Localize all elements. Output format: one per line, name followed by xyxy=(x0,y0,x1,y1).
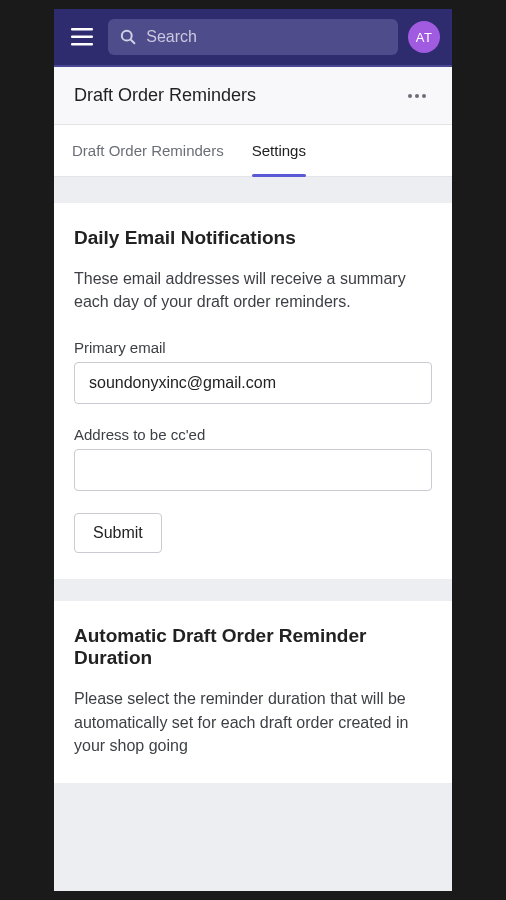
app-viewport: AT Draft Order Reminders Draft Order Rem… xyxy=(54,9,452,891)
svg-rect-1 xyxy=(71,36,93,39)
primary-email-label: Primary email xyxy=(74,339,432,356)
cc-email-label: Address to be cc'ed xyxy=(74,426,432,443)
card-description: Please select the reminder duration that… xyxy=(74,687,432,757)
page-title: Draft Order Reminders xyxy=(74,85,402,106)
avatar[interactable]: AT xyxy=(408,21,440,53)
svg-rect-0 xyxy=(71,28,93,31)
svg-rect-2 xyxy=(71,43,93,46)
svg-line-4 xyxy=(131,40,135,44)
svg-point-5 xyxy=(408,94,412,98)
submit-button[interactable]: Submit xyxy=(74,513,162,553)
more-button[interactable] xyxy=(402,81,432,111)
search-input[interactable] xyxy=(146,28,386,46)
cc-email-input[interactable] xyxy=(74,449,432,491)
card-title: Daily Email Notifications xyxy=(74,227,432,249)
card-email-notifications: Daily Email Notifications These email ad… xyxy=(54,203,452,579)
page-header: Draft Order Reminders xyxy=(54,67,452,125)
search-icon xyxy=(120,28,136,46)
menu-icon xyxy=(71,28,93,46)
card-auto-duration: Automatic Draft Order Reminder Duration … xyxy=(54,601,452,783)
svg-point-6 xyxy=(415,94,419,98)
more-horizontal-icon xyxy=(407,94,427,98)
top-bar: AT xyxy=(54,9,452,65)
svg-point-7 xyxy=(422,94,426,98)
search-field[interactable] xyxy=(108,19,398,55)
primary-email-input[interactable] xyxy=(74,362,432,404)
tab-draft-order-reminders[interactable]: Draft Order Reminders xyxy=(72,125,224,176)
tab-settings[interactable]: Settings xyxy=(252,125,306,176)
tabs: Draft Order Reminders Settings xyxy=(54,125,452,177)
card-description: These email addresses will receive a sum… xyxy=(74,267,432,313)
content-scroll[interactable]: Daily Email Notifications These email ad… xyxy=(54,177,452,891)
menu-button[interactable] xyxy=(66,21,98,53)
card-title: Automatic Draft Order Reminder Duration xyxy=(74,625,432,669)
